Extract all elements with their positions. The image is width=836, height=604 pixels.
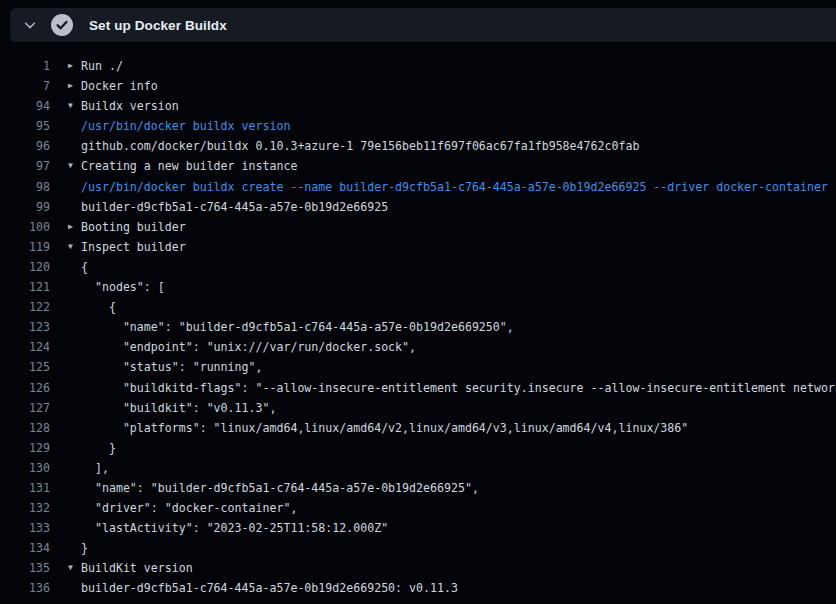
triangle-expanded-icon[interactable]: ▼ [68, 237, 81, 257]
step-header[interactable]: Set up Docker Buildx [10, 8, 836, 42]
log-line: 130 ], [0, 458, 836, 478]
line-number[interactable]: 133 [0, 518, 50, 538]
line-number[interactable]: 122 [0, 297, 50, 317]
log-group-row[interactable]: 135▼BuildKit version [0, 558, 836, 578]
log-line: 131 "name": "builder-d9cfb5a1-c764-445a-… [0, 478, 836, 498]
command-text: /usr/bin/docker buildx create --name bui… [81, 177, 828, 197]
log-line: 128 "platforms": "linux/amd64,linux/amd6… [0, 418, 836, 438]
line-number[interactable]: 100 [0, 217, 50, 237]
triangle-collapsed-icon[interactable]: ▶ [68, 217, 81, 237]
group-title: Booting builder [81, 217, 186, 237]
line-number[interactable]: 99 [0, 197, 50, 217]
line-number[interactable]: 128 [0, 418, 50, 438]
output-text: builder-d9cfb5a1-c764-445a-a57e-0b19d2e6… [81, 197, 388, 217]
log-line: 96github.com/docker/buildx 0.10.3+azure-… [0, 136, 836, 156]
log-line: 123 "name": "builder-d9cfb5a1-c764-445a-… [0, 317, 836, 337]
line-number[interactable]: 95 [0, 116, 50, 136]
log-group-row[interactable]: 94▼Buildx version [0, 96, 836, 116]
line-number[interactable]: 126 [0, 378, 50, 398]
triangle-collapsed-icon[interactable]: ▶ [68, 76, 81, 96]
chevron-down-icon[interactable] [22, 17, 38, 33]
group-title: Buildx version [81, 96, 179, 116]
log-line: 126 "buildkitd-flags": "--allow-insecure… [0, 378, 836, 398]
triangle-collapsed-icon[interactable]: ▶ [68, 56, 81, 76]
line-number[interactable]: 119 [0, 237, 50, 257]
triangle-expanded-icon[interactable]: ▼ [68, 96, 81, 116]
line-number[interactable]: 120 [0, 257, 50, 277]
log-group-row[interactable]: 1▶Run ./ [0, 56, 836, 76]
log-group-row[interactable]: 97▼Creating a new builder instance [0, 156, 836, 176]
line-number[interactable]: 1 [0, 56, 50, 76]
output-text: ], [81, 458, 109, 478]
step-title: Set up Docker Buildx [89, 18, 227, 33]
line-number[interactable]: 127 [0, 398, 50, 418]
line-number[interactable]: 94 [0, 96, 50, 116]
line-number[interactable]: 134 [0, 538, 50, 558]
output-text: "name": "builder-d9cfb5a1-c764-445a-a57e… [81, 317, 514, 337]
group-title: Creating a new builder instance [81, 156, 297, 176]
line-number[interactable]: 135 [0, 558, 50, 578]
line-number[interactable]: 130 [0, 458, 50, 478]
output-text: "driver": "docker-container", [81, 498, 297, 518]
log-line: 121 "nodes": [ [0, 277, 836, 297]
line-number[interactable]: 121 [0, 277, 50, 297]
log-line: 99builder-d9cfb5a1-c764-445a-a57e-0b19d2… [0, 197, 836, 217]
output-text: "buildkit": "v0.11.3", [81, 398, 276, 418]
line-number[interactable]: 124 [0, 337, 50, 357]
output-text: "endpoint": "unix:///var/run/docker.sock… [81, 337, 416, 357]
line-number[interactable]: 123 [0, 317, 50, 337]
log-line: 136builder-d9cfb5a1-c764-445a-a57e-0b19d… [0, 578, 836, 598]
log-line: 95/usr/bin/docker buildx version [0, 116, 836, 136]
group-title: Inspect builder [81, 237, 186, 257]
group-title: Docker info [81, 76, 158, 96]
line-number[interactable]: 96 [0, 136, 50, 156]
log-line: 127 "buildkit": "v0.11.3", [0, 398, 836, 418]
log-line: 120{ [0, 257, 836, 277]
output-text: builder-d9cfb5a1-c764-445a-a57e-0b19d2e6… [81, 578, 458, 598]
output-text: } [81, 538, 88, 558]
log-line: 125 "status": "running", [0, 357, 836, 377]
log-line: 133 "lastActivity": "2023-02-25T11:58:12… [0, 518, 836, 538]
line-number[interactable]: 97 [0, 156, 50, 176]
command-text: /usr/bin/docker buildx version [81, 116, 290, 136]
output-text: github.com/docker/buildx 0.10.3+azure-1 … [81, 136, 639, 156]
group-title: Run ./ [81, 56, 123, 76]
log-lines-container: 1▶Run ./7▶Docker info94▼Buildx version95… [0, 56, 836, 599]
log-group-row[interactable]: 100▶Booting builder [0, 217, 836, 237]
log-line: 134} [0, 538, 836, 558]
triangle-expanded-icon[interactable]: ▼ [68, 156, 81, 176]
line-number[interactable]: 129 [0, 438, 50, 458]
triangle-expanded-icon[interactable]: ▼ [68, 558, 81, 578]
output-text: "buildkitd-flags": "--allow-insecure-ent… [81, 378, 836, 398]
output-text: "nodes": [ [81, 277, 165, 297]
line-number[interactable]: 125 [0, 357, 50, 377]
log-group-row[interactable]: 119▼Inspect builder [0, 237, 836, 257]
log-line: 122 { [0, 297, 836, 317]
group-title: BuildKit version [81, 558, 193, 578]
log-line: 124 "endpoint": "unix:///var/run/docker.… [0, 337, 836, 357]
output-text: "name": "builder-d9cfb5a1-c764-445a-a57e… [81, 478, 479, 498]
log-line: 129 } [0, 438, 836, 458]
output-text: } [81, 438, 116, 458]
log-viewer: Set up Docker Buildx 1▶Run ./7▶Docker in… [0, 0, 836, 604]
line-number[interactable]: 98 [0, 177, 50, 197]
output-text: "lastActivity": "2023-02-25T11:58:12.000… [81, 518, 388, 538]
check-circle-icon [51, 14, 73, 36]
line-number[interactable]: 7 [0, 76, 50, 96]
log-line: 132 "driver": "docker-container", [0, 498, 836, 518]
line-number[interactable]: 136 [0, 578, 50, 598]
output-text: "platforms": "linux/amd64,linux/amd64/v2… [81, 418, 688, 438]
line-number[interactable]: 132 [0, 498, 50, 518]
output-text: { [81, 257, 88, 277]
log-group-row[interactable]: 7▶Docker info [0, 76, 836, 96]
output-text: "status": "running", [81, 357, 262, 377]
output-text: { [81, 297, 116, 317]
line-number[interactable]: 131 [0, 478, 50, 498]
log-line: 98/usr/bin/docker buildx create --name b… [0, 177, 836, 197]
